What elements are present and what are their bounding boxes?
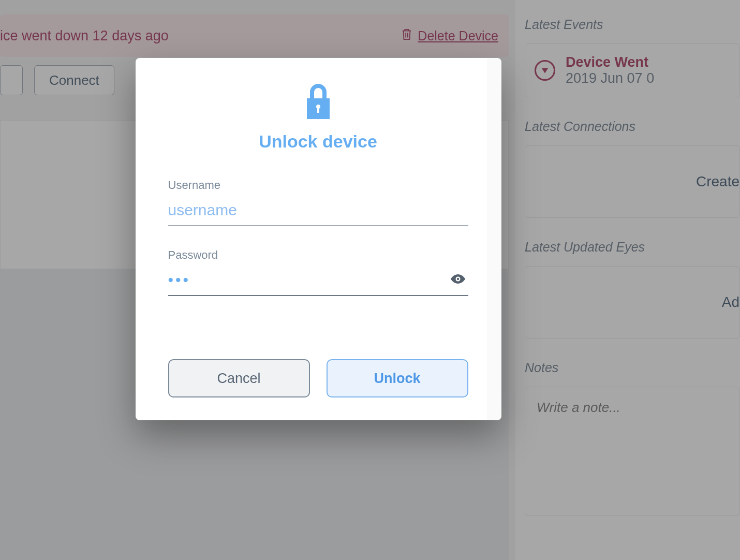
password-label: Password xyxy=(168,248,468,262)
toggle-password-visibility-button[interactable] xyxy=(448,273,468,290)
unlock-button-label: Unlock xyxy=(374,371,420,387)
unlock-device-modal: Unlock device Username Password ••• xyxy=(136,58,500,420)
username-input[interactable] xyxy=(168,198,468,225)
modal-title: Unlock device xyxy=(259,131,377,152)
unlock-button[interactable]: Unlock xyxy=(327,359,468,397)
username-label: Username xyxy=(168,179,468,192)
lock-icon xyxy=(304,83,333,122)
cancel-button[interactable]: Cancel xyxy=(168,359,310,397)
password-input[interactable]: ••• xyxy=(168,268,448,295)
svg-point-5 xyxy=(456,277,458,279)
cancel-button-label: Cancel xyxy=(217,371,260,387)
svg-rect-3 xyxy=(317,108,319,113)
unlock-form: Username Password ••• xyxy=(168,179,468,319)
eye-icon xyxy=(450,278,466,286)
